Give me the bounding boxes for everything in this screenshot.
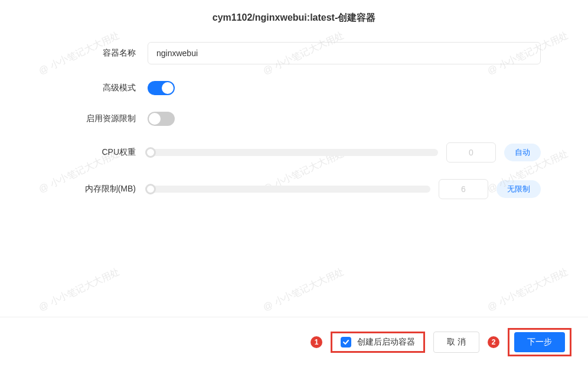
memory-limit-badge: 无限制: [496, 180, 541, 198]
resource-limit-toggle[interactable]: [148, 112, 175, 126]
slider-handle[interactable]: [145, 147, 156, 158]
memory-limit-value[interactable]: 6: [439, 179, 488, 199]
cpu-weight-badge: 自动: [504, 144, 541, 161]
next-button-highlight: 下一步: [508, 328, 571, 356]
watermark: @ 小小笔记大大用处: [37, 266, 122, 314]
start-after-create-checkbox[interactable]: [341, 337, 351, 347]
start-after-create-label: 创建后启动容器: [357, 337, 415, 347]
cpu-weight-row: CPU权重 0 自动: [47, 142, 541, 163]
annotation-badge-2: 2: [488, 336, 499, 348]
annotation-badge-1: 1: [311, 336, 322, 348]
footer: 1 创建后启动容器 取 消 2 下一步: [0, 317, 588, 367]
check-icon: [342, 339, 349, 346]
resource-limit-row: 启用资源限制: [47, 112, 541, 126]
advanced-mode-toggle[interactable]: [148, 81, 175, 95]
watermark: @ 小小笔记大大用处: [486, 266, 571, 314]
container-name-label: 容器名称: [47, 48, 148, 59]
resource-limit-label: 启用资源限制: [47, 113, 148, 124]
memory-limit-label: 内存限制(MB): [47, 184, 148, 194]
advanced-mode-row: 高级模式: [47, 81, 541, 95]
cancel-button[interactable]: 取 消: [433, 332, 479, 353]
start-after-create-group: 创建后启动容器: [331, 332, 425, 353]
cpu-weight-value[interactable]: 0: [446, 142, 496, 163]
memory-limit-row: 内存限制(MB) 6 无限制: [47, 179, 541, 199]
toggle-knob: [162, 82, 174, 94]
watermark: @ 小小笔记大大用处: [262, 266, 347, 314]
next-button[interactable]: 下一步: [514, 332, 565, 352]
container-name-row: 容器名称: [47, 42, 541, 64]
memory-limit-slider[interactable]: [148, 186, 430, 193]
toggle-knob: [149, 113, 161, 125]
cpu-weight-slider[interactable]: [148, 149, 438, 156]
slider-handle[interactable]: [145, 184, 156, 194]
advanced-mode-label: 高级模式: [47, 83, 148, 93]
cpu-weight-label: CPU权重: [47, 147, 148, 158]
form-container: 容器名称 高级模式 启用资源限制 CPU权重 0 自动: [0, 42, 588, 199]
page-title: cym1102/nginxwebui:latest-创建容器: [0, 0, 588, 42]
container-name-input[interactable]: [148, 42, 541, 64]
